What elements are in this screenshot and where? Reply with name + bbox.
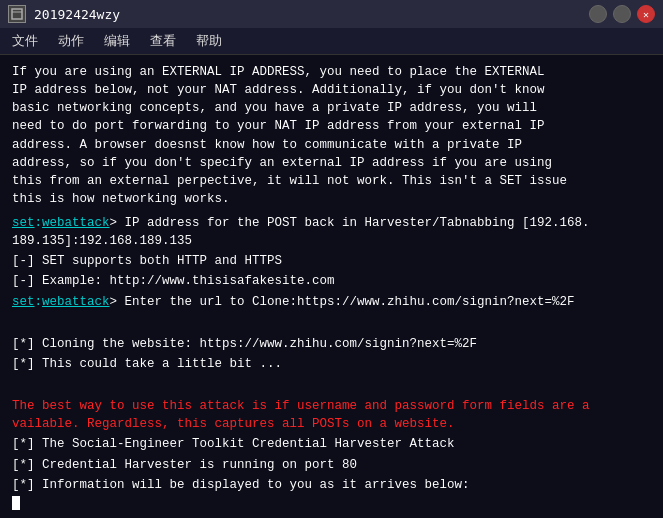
blank-line2 — [12, 377, 651, 395]
maximize-button[interactable] — [613, 5, 631, 23]
window-icon — [8, 5, 26, 23]
menu-edit[interactable]: 编辑 — [100, 30, 134, 52]
info-line2: [*] Credential Harvester is running on p… — [12, 456, 651, 474]
svg-rect-0 — [12, 9, 22, 19]
cloning-line1: [*] Cloning the website: https://www.zhi… — [12, 335, 651, 353]
http-line: [-] SET supports both HTTP and HTTPS — [12, 252, 651, 270]
terminal-cursor — [12, 496, 20, 510]
intro-paragraph: If you are using an EXTERNAL IP ADDRESS,… — [12, 63, 651, 208]
minimize-button[interactable] — [589, 5, 607, 23]
prompt2-cmd: webattack — [42, 295, 110, 309]
cursor-line — [12, 496, 651, 510]
titlebar-left: 20192424wzy — [8, 5, 120, 23]
window-title: 20192424wzy — [34, 7, 120, 22]
prompt2-line: set:webattack> Enter the url to Clone:ht… — [12, 293, 651, 311]
prompt2-prefix: set — [12, 295, 35, 309]
menu-action[interactable]: 动作 — [54, 30, 88, 52]
terminal-output[interactable]: If you are using an EXTERNAL IP ADDRESS,… — [0, 55, 663, 518]
menu-file[interactable]: 文件 — [8, 30, 42, 52]
menubar: 文件 动作 编辑 查看 帮助 — [0, 28, 663, 55]
prompt1-line: set:webattack> IP address for the POST b… — [12, 214, 651, 250]
prompt1-prefix: set — [12, 216, 35, 230]
blank-line1 — [12, 315, 651, 333]
prompt2-text: > Enter the url to Clone:https://www.zhi… — [110, 295, 575, 309]
menu-help[interactable]: 帮助 — [192, 30, 226, 52]
cloning-line2: [*] This could take a little bit ... — [12, 355, 651, 373]
terminal-window: 20192424wzy ✕ 文件 动作 编辑 查看 帮助 If you are … — [0, 0, 663, 518]
close-button[interactable]: ✕ — [637, 5, 655, 23]
menu-view[interactable]: 查看 — [146, 30, 180, 52]
info-line1: [*] The Social-Engineer Toolkit Credenti… — [12, 435, 651, 453]
prompt1-cmd: webattack — [42, 216, 110, 230]
titlebar: 20192424wzy ✕ — [0, 0, 663, 28]
info-line3: [*] Information will be displayed to you… — [12, 476, 651, 494]
red-warning: The best way to use this attack is if us… — [12, 397, 651, 433]
window-controls: ✕ — [589, 5, 655, 23]
example-line: [-] Example: http://www.thisisafakesite.… — [12, 272, 651, 290]
